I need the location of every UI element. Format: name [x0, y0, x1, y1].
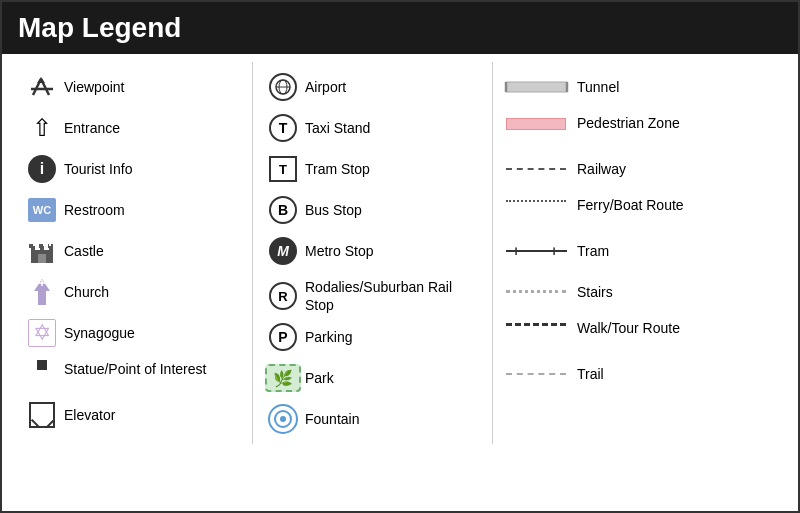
stairs-label: Stairs: [577, 283, 613, 301]
column-3: Tunnel Pedestrian Zone Railway Ferry/Boa…: [492, 62, 788, 444]
bus-stop-icon: B: [261, 196, 305, 224]
svg-rect-14: [49, 244, 51, 246]
park-icon: 🌿: [261, 364, 305, 392]
list-item: + + Tram: [501, 233, 780, 269]
railway-label: Railway: [577, 160, 626, 178]
list-item: Statue/Point of Interest: [20, 356, 244, 392]
railway-line-icon: [501, 168, 571, 170]
svg-rect-12: [43, 244, 45, 246]
svg-text:+: +: [512, 243, 520, 259]
entrance-icon: ⇧: [20, 114, 64, 142]
synagogue-label: Synagogue: [64, 324, 135, 342]
list-item: Castle: [20, 233, 244, 269]
list-item: Ferry/Boat Route: [501, 192, 780, 228]
church-icon: [20, 277, 64, 307]
svg-rect-15: [38, 291, 46, 305]
statue-label: Statue/Point of Interest: [64, 360, 206, 378]
column-2: Airport T Taxi Stand T Tram Stop B Bus S…: [252, 62, 492, 444]
walk-label: Walk/Tour Route: [577, 319, 680, 337]
list-item: Tunnel: [501, 69, 780, 105]
tram-stop-icon: T: [261, 156, 305, 182]
list-item: M Metro Stop: [261, 233, 484, 269]
rodalies-label: Rodalies/Suburban Rail Stop: [305, 278, 484, 314]
metro-label: Metro Stop: [305, 242, 373, 260]
list-item: ⇧ Entrance: [20, 110, 244, 146]
svg-rect-8: [38, 254, 46, 263]
walk-line-icon: [501, 319, 571, 326]
airport-label: Airport: [305, 78, 346, 96]
list-item: R Rodalies/Suburban Rail Stop: [261, 274, 484, 314]
tunnel-label: Tunnel: [577, 78, 619, 96]
tram-stop-label: Tram Stop: [305, 160, 370, 178]
airport-icon: [261, 73, 305, 101]
column-1: Viewpoint ⇧ Entrance i Tourist Info WC R…: [12, 62, 252, 444]
pedestrian-line-icon: [501, 114, 571, 130]
taxi-icon: T: [261, 114, 305, 142]
list-item: Church: [20, 274, 244, 310]
parking-label: Parking: [305, 328, 352, 346]
church-label: Church: [64, 283, 109, 301]
restroom-label: Restroom: [64, 201, 125, 219]
page-title: Map Legend: [18, 12, 181, 43]
list-item: Trail: [501, 356, 780, 392]
tram-line-icon: + +: [501, 243, 571, 259]
svg-text:+: +: [550, 243, 558, 259]
rodalies-icon: R: [261, 278, 305, 310]
tourist-label: Tourist Info: [64, 160, 132, 178]
trail-line-icon: [501, 373, 571, 375]
header: Map Legend: [2, 2, 798, 54]
statue-icon: [20, 360, 64, 370]
list-item: T Taxi Stand: [261, 110, 484, 146]
list-item: ✡ Synagogue: [20, 315, 244, 351]
park-label: Park: [305, 369, 334, 387]
stairs-line-icon: [501, 290, 571, 294]
parking-icon: P: [261, 323, 305, 351]
restroom-icon: WC: [20, 198, 64, 222]
list-item: B Bus Stop: [261, 192, 484, 228]
viewpoint-icon: [20, 75, 64, 99]
svg-rect-9: [29, 244, 33, 248]
list-item: Fountain: [261, 401, 484, 437]
synagogue-icon: ✡: [20, 319, 64, 347]
entrance-label: Entrance: [64, 119, 120, 137]
list-item: Walk/Tour Route: [501, 315, 780, 351]
list-item: Stairs: [501, 274, 780, 310]
svg-marker-3: [37, 77, 45, 83]
svg-rect-10: [33, 244, 35, 246]
taxi-label: Taxi Stand: [305, 119, 370, 137]
list-item: Viewpoint: [20, 69, 244, 105]
list-item: Pedestrian Zone: [501, 110, 780, 146]
list-item: 🌿 Park: [261, 360, 484, 396]
tram-label: Tram: [577, 242, 609, 260]
trail-label: Trail: [577, 365, 604, 383]
ferry-line-icon: [501, 196, 571, 202]
fountain-label: Fountain: [305, 410, 359, 428]
metro-icon: M: [261, 237, 305, 265]
list-item: i Tourist Info: [20, 151, 244, 187]
tourist-icon: i: [20, 155, 64, 183]
list-item: Airport: [261, 69, 484, 105]
castle-label: Castle: [64, 242, 104, 260]
list-item: WC Restroom: [20, 192, 244, 228]
svg-rect-11: [39, 244, 43, 248]
list-item: P Parking: [261, 319, 484, 355]
list-item: Railway: [501, 151, 780, 187]
list-item: Elevator: [20, 397, 244, 433]
svg-rect-22: [506, 82, 567, 92]
elevator-icon: [20, 402, 64, 428]
bus-stop-label: Bus Stop: [305, 201, 362, 219]
tunnel-line-icon: [501, 78, 571, 96]
ferry-label: Ferry/Boat Route: [577, 196, 684, 214]
viewpoint-label: Viewpoint: [64, 78, 124, 96]
fountain-icon: [261, 404, 305, 434]
elevator-label: Elevator: [64, 406, 115, 424]
castle-icon: [20, 238, 64, 264]
pedestrian-label: Pedestrian Zone: [577, 114, 680, 132]
list-item: T Tram Stop: [261, 151, 484, 187]
